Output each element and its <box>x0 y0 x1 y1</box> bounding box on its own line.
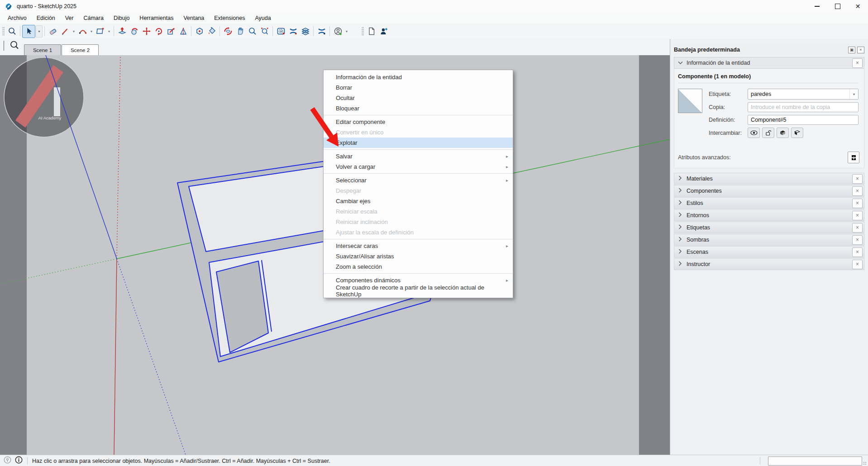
pan-icon[interactable] <box>234 25 246 38</box>
ctx-reiniciar-escala[interactable]: Reiniciar escala <box>324 206 513 217</box>
tab-scene-1[interactable]: Scene 1 <box>24 44 61 55</box>
submenu-arrow-icon: ▸ <box>506 178 508 183</box>
eraser-icon[interactable] <box>47 25 59 38</box>
visibility-toggle-button[interactable] <box>748 128 760 138</box>
layers-stack-icon[interactable] <box>299 25 311 38</box>
ctx-intersecar-caras[interactable]: Intersecar caras▸ <box>324 241 513 251</box>
ctx-ocultar[interactable]: Ocultar <box>324 93 513 103</box>
menu-extensiones[interactable]: Extensiones <box>209 13 250 24</box>
menu-ayuda[interactable]: Ayuda <box>250 13 276 24</box>
close-icon[interactable]: × <box>852 223 863 233</box>
definicion-input[interactable] <box>748 115 858 125</box>
menu-herramientas[interactable]: Herramientas <box>134 13 178 24</box>
section-materiales[interactable]: Materiales × <box>674 173 864 185</box>
zoom-extents-icon[interactable] <box>258 25 271 38</box>
close-icon[interactable]: × <box>852 211 863 220</box>
add-person-icon[interactable] <box>377 25 390 38</box>
account-icon[interactable] <box>332 25 344 38</box>
menu-camara[interactable]: Cámara <box>78 13 108 24</box>
entity-info-close-icon[interactable]: × <box>852 58 863 68</box>
ctx-bloquear[interactable]: Bloquear <box>324 103 513 114</box>
copia-input[interactable] <box>748 102 858 112</box>
new-file-icon[interactable] <box>365 25 377 38</box>
close-icon[interactable]: × <box>852 260 863 269</box>
ctx-seleccionar[interactable]: Seleccionar▸ <box>324 175 513 185</box>
menu-archivo[interactable]: Archivo <box>3 13 32 24</box>
ctx-crear-cuadro-recorte[interactable]: Crear cuadro de recorte a partir de la s… <box>324 285 513 296</box>
receive-shadows-toggle-button[interactable] <box>791 128 803 138</box>
section-componentes[interactable]: Componentes × <box>674 185 864 197</box>
entity-info-header[interactable]: Información de la entidad × <box>674 57 864 69</box>
ctx-despegar[interactable]: Despegar <box>324 185 513 196</box>
line-dropdown-icon[interactable]: ▾ <box>71 29 76 33</box>
flip-icon[interactable] <box>177 25 189 38</box>
line-tool-icon[interactable] <box>59 25 71 38</box>
ctx-convertir-en-unico[interactable]: Convertir en único <box>324 127 513 138</box>
section-estilos[interactable]: Estilos × <box>674 197 864 209</box>
close-icon[interactable]: × <box>852 199 863 208</box>
geolocation-icon[interactable] <box>4 456 11 466</box>
section-escenas[interactable]: Escenas × <box>674 246 864 258</box>
lock-toggle-button[interactable] <box>762 128 774 138</box>
section-entornos[interactable]: Entornos × <box>674 209 864 221</box>
orbit-icon[interactable] <box>222 25 234 38</box>
ctx-explotar[interactable]: Explotar <box>324 138 513 148</box>
toolbar-grip-2[interactable] <box>362 27 364 36</box>
scale-icon[interactable] <box>165 25 177 38</box>
pin-icon[interactable]: ▣ <box>848 47 855 53</box>
select-tool-icon[interactable] <box>22 25 35 38</box>
select-dropdown-icon[interactable]: ▾ <box>36 25 43 38</box>
toggle-attributes-button[interactable] <box>848 152 859 163</box>
resize-grip[interactable] <box>863 461 867 465</box>
ctx-zoom-a-seleccion[interactable]: Zoom a selección <box>324 262 513 272</box>
ctx-informacion-entidad[interactable]: Información de la entidad <box>324 72 513 82</box>
close-icon[interactable]: ✕ <box>848 0 868 13</box>
rectangle-tool-icon[interactable] <box>94 25 106 38</box>
followme-icon[interactable] <box>128 25 140 38</box>
section-etiquetas[interactable]: Etiquetas × <box>674 222 864 233</box>
etiqueta-dropdown[interactable]: paredes ▾ <box>748 89 858 100</box>
measurements-input[interactable] <box>768 456 862 466</box>
ctx-suavizar-alisar-aristas[interactable]: Suavizar/Alisar aristas <box>324 251 513 262</box>
close-icon[interactable]: × <box>852 186 863 196</box>
search-icon[interactable] <box>6 25 18 38</box>
ctx-reiniciar-inclinacion[interactable]: Reiniciar inclinación <box>324 217 513 227</box>
pushpull-icon[interactable] <box>116 25 128 38</box>
close-icon[interactable]: × <box>852 247 863 257</box>
warehouse-icon[interactable] <box>275 25 287 38</box>
ctx-salvar[interactable]: Salvar▸ <box>324 151 513 162</box>
paint-bucket-icon[interactable] <box>205 25 218 38</box>
menu-edicion[interactable]: Edición <box>32 13 60 24</box>
close-icon[interactable]: × <box>852 174 863 184</box>
exchange-icon[interactable] <box>315 25 328 38</box>
cast-shadows-toggle-button[interactable] <box>777 128 789 138</box>
ctx-cambiar-ejes[interactable]: Cambiar ejes <box>324 196 513 206</box>
polygon-tool-icon[interactable] <box>193 25 205 38</box>
toolbar-grip[interactable] <box>2 27 5 36</box>
menu-dibujo[interactable]: Dibujo <box>109 13 134 24</box>
tab-scene-2[interactable]: Scene 2 <box>62 44 99 55</box>
close-icon[interactable]: × <box>852 235 863 245</box>
minimize-icon[interactable] <box>807 0 827 13</box>
ctx-volver-a-cargar[interactable]: Volver a cargar▸ <box>324 162 513 172</box>
account-dropdown-icon[interactable]: ▾ <box>344 29 349 33</box>
ctx-ajustar-escala-definicion[interactable]: Ajustar la escala de definición <box>324 227 513 238</box>
menu-ventana[interactable]: Ventana <box>178 13 209 24</box>
section-sombras[interactable]: Sombras × <box>674 234 864 246</box>
ctx-editar-componente[interactable]: Editar componente <box>324 117 513 127</box>
rectangle-dropdown-icon[interactable]: ▾ <box>106 29 112 33</box>
chevron-down-icon[interactable]: ▾ <box>849 89 858 99</box>
maximize-icon[interactable] <box>827 0 848 13</box>
section-instructor[interactable]: Instructor × <box>674 258 864 270</box>
tray-close-icon[interactable]: × <box>857 47 864 53</box>
extension-warehouse-icon[interactable] <box>287 25 299 38</box>
move-icon[interactable] <box>140 25 153 38</box>
info-icon[interactable] <box>15 456 23 466</box>
zoom-icon[interactable] <box>246 25 258 38</box>
ctx-borrar[interactable]: Borrar <box>324 82 513 93</box>
arc-tool-icon[interactable] <box>76 25 89 38</box>
menu-ver[interactable]: Ver <box>60 13 79 24</box>
rotate-icon[interactable] <box>153 25 165 38</box>
arc-dropdown-icon[interactable]: ▾ <box>89 29 94 33</box>
zoom-tool-icon[interactable] <box>10 40 19 52</box>
